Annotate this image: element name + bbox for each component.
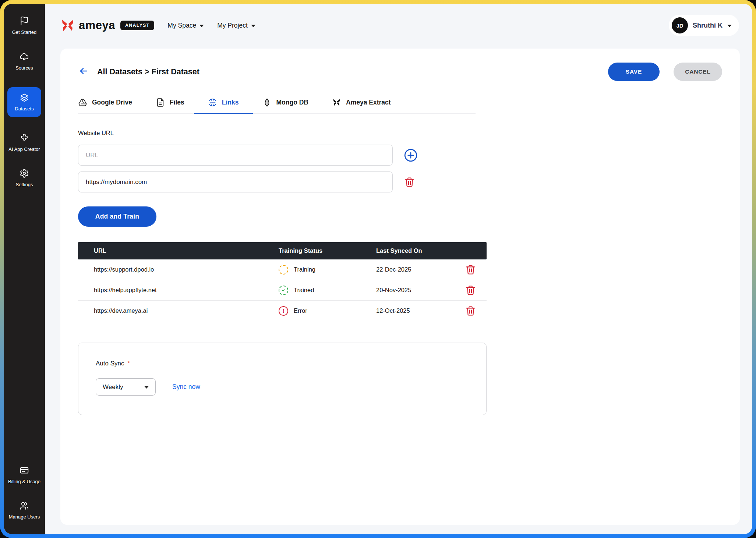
status-label: Training	[294, 266, 315, 273]
sidebar-item-label: Manage Users	[9, 514, 40, 520]
row-action	[454, 305, 487, 316]
url-input-row-existing	[78, 171, 722, 192]
auto-sync-controls: Weekly Sync now	[96, 378, 469, 396]
sidebar-item-settings[interactable]: Settings	[6, 169, 43, 188]
status-label: Trained	[294, 287, 314, 294]
sidebar-item-label: Get Started	[12, 29, 36, 36]
table-row: https://dev.ameya.ai ! Error 12-Oct-2025	[78, 301, 487, 321]
sidebar-item-billing-usage[interactable]: Billing & Usage	[6, 466, 43, 485]
sidebar-item-label: AI App Creator	[8, 146, 40, 153]
sidebar-item-datasets[interactable]: Datasets	[7, 87, 41, 117]
save-button[interactable]: SAVE	[608, 63, 660, 81]
trash-icon	[404, 176, 415, 188]
add-and-train-button[interactable]: Add and Train	[78, 206, 156, 227]
user-menu[interactable]: JD Shruthi K	[669, 15, 739, 36]
auto-sync-label: Auto Sync	[96, 360, 124, 367]
user-name: Shruthi K	[693, 22, 723, 29]
table-row: https://support.dpod.io Training 22-Dec-…	[78, 259, 487, 280]
my-space-label: My Space	[167, 22, 196, 29]
url-table: URL Training Status Last Synced On https…	[78, 242, 487, 321]
sidebar-item-get-started[interactable]: Get Started	[6, 16, 43, 36]
chevron-down-icon	[251, 25, 255, 27]
avatar: JD	[672, 17, 688, 33]
auto-sync-card: Auto Sync* Weekly Sync now	[78, 343, 487, 415]
row-url: https://support.dpod.io	[78, 266, 279, 273]
row-status: Training	[279, 265, 376, 275]
trained-check-icon	[279, 286, 288, 295]
screen: Get Started Sources Datasets AI App Crea…	[0, 0, 756, 538]
sidebar-item-ai-app-creator[interactable]: AI App Creator	[6, 133, 43, 153]
url-input-existing[interactable]	[78, 171, 393, 192]
breadcrumb: All Datasets > First Dataset	[97, 67, 199, 77]
tab-mongo-db[interactable]: Mongo DB	[262, 98, 308, 113]
tab-label: Links	[222, 99, 239, 106]
sidebar-item-label: Billing & Usage	[8, 478, 40, 485]
layers-icon	[20, 93, 29, 102]
row-action	[454, 284, 487, 296]
logo-wordmark: ameya	[79, 19, 115, 32]
file-icon	[156, 98, 165, 107]
row-action	[454, 264, 487, 275]
card-header: All Datasets > First Dataset SAVE CANCEL	[78, 63, 722, 81]
flag-icon	[20, 16, 29, 26]
credit-card-icon	[20, 466, 29, 475]
mongodb-leaf-icon	[262, 98, 272, 107]
delete-row-button[interactable]	[465, 305, 476, 316]
gear-icon	[20, 169, 29, 178]
app-window: Get Started Sources Datasets AI App Crea…	[4, 4, 752, 534]
my-space-dropdown[interactable]: My Space	[167, 22, 204, 29]
users-icon	[20, 501, 29, 510]
globe-www-icon: www	[208, 98, 217, 107]
delete-row-button[interactable]	[465, 264, 476, 275]
row-date: 12-Oct-2025	[376, 307, 454, 314]
header-training-status: Training Status	[279, 247, 376, 254]
butterfly-icon	[332, 98, 341, 107]
row-url: https://help.appflyte.net	[78, 287, 279, 294]
sidebar-item-manage-users[interactable]: Manage Users	[6, 501, 43, 520]
frequency-select[interactable]: Weekly	[96, 378, 156, 396]
cloud-source-icon	[20, 52, 29, 61]
trash-icon	[465, 284, 476, 296]
chevron-down-icon	[199, 25, 204, 27]
delete-row-button[interactable]	[465, 284, 476, 296]
delete-url-button[interactable]	[404, 176, 415, 188]
tab-google-drive[interactable]: Google Drive	[78, 98, 132, 113]
status-label: Error	[294, 307, 307, 314]
url-input-new[interactable]	[78, 145, 393, 166]
sidebar-item-label: Datasets	[15, 106, 33, 112]
auto-sync-label-row: Auto Sync*	[96, 360, 469, 367]
tab-ameya-extract[interactable]: Ameya Extract	[332, 98, 391, 113]
window-frame: Get Started Sources Datasets AI App Crea…	[0, 0, 756, 538]
main-area: ameya ANALYST My Space My Project JD	[45, 4, 752, 534]
row-status: Trained	[279, 286, 376, 295]
sync-now-link[interactable]: Sync now	[172, 383, 200, 391]
sidebar-item-sources[interactable]: Sources	[6, 52, 43, 71]
chevron-down-icon	[727, 25, 732, 27]
tab-links[interactable]: www Links	[208, 98, 239, 113]
tab-files[interactable]: Files	[156, 98, 184, 113]
row-url: https://dev.ameya.ai	[78, 307, 279, 314]
url-input-row-new	[78, 145, 722, 166]
plus-circle-icon	[404, 148, 418, 162]
required-asterisk: *	[128, 360, 130, 367]
header-url: URL	[78, 247, 279, 254]
analyst-badge: ANALYST	[120, 21, 154, 30]
sidebar: Get Started Sources Datasets AI App Crea…	[4, 4, 45, 534]
training-spinner-icon	[279, 265, 288, 275]
website-url-label: Website URL	[78, 130, 722, 137]
my-project-dropdown[interactable]: My Project	[217, 22, 255, 29]
header-last-synced: Last Synced On	[376, 247, 454, 254]
my-project-label: My Project	[217, 22, 248, 29]
error-icon: !	[279, 306, 288, 316]
back-button[interactable]	[78, 66, 89, 77]
add-url-button[interactable]	[404, 148, 418, 162]
tab-label: Mongo DB	[276, 99, 308, 106]
cancel-button[interactable]: CANCEL	[674, 63, 722, 81]
tab-label: Files	[170, 99, 184, 106]
row-status: ! Error	[279, 306, 376, 316]
sidebar-item-label: Settings	[16, 181, 33, 188]
globe-www-text: www	[209, 101, 216, 104]
chevron-down-icon	[144, 386, 149, 389]
row-date: 22-Dec-2025	[376, 266, 454, 273]
source-tabs: Google Drive Files www Links Mongo D	[78, 98, 476, 114]
